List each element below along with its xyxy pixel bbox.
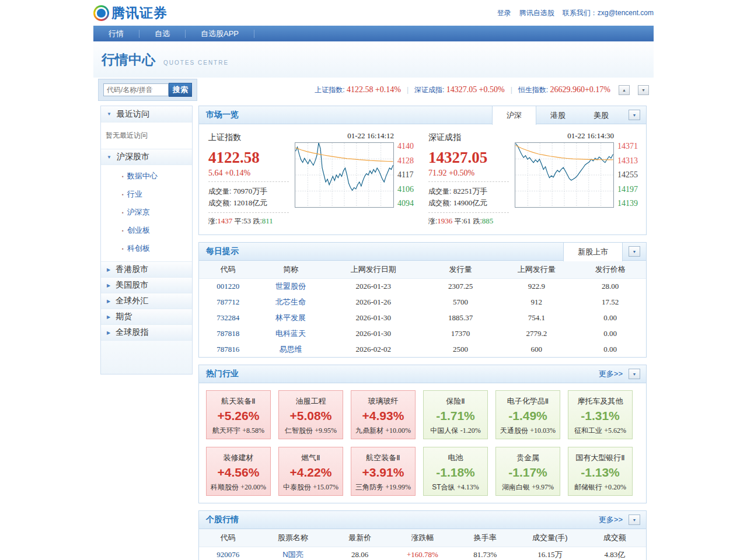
contact-link[interactable]: 联系我们：zxg@tencent.com — [563, 8, 654, 18]
sidebar-item-futures[interactable]: ▶ 期货 — [101, 309, 192, 324]
more-link[interactable]: 更多>> — [599, 369, 623, 379]
bullet-icon: ▪ — [122, 174, 124, 179]
industry-card[interactable]: 国有大型银行Ⅱ -1.13% 邮储银行 +0.20% — [568, 447, 633, 496]
tab-us[interactable]: 美股 — [580, 106, 623, 124]
industry-card[interactable]: 装修建材 +4.56% 科顺股份 +20.00% — [206, 447, 271, 496]
chevron-down-icon: ▼ — [107, 155, 111, 160]
sidebar-item-industry[interactable]: ▪行业 — [101, 186, 192, 204]
sidebar-item-forex[interactable]: ▶ 全球外汇 — [101, 293, 192, 309]
industry-card[interactable]: 电子化学品Ⅱ -1.49% 天通股份 +10.03% — [495, 390, 560, 439]
market-overview-section: 市场一览 沪深 港股 美股 ▼ 上证指数 4122.58 5.64 +0.14% — [198, 106, 647, 235]
sidebar: ▼ 最近访问 暂无最近访问 ▼ 沪深股市 ▪数据中心 ▪行业 ▪沪深京 ▪创业板… — [100, 106, 193, 560]
search-box: 搜索 — [98, 79, 197, 101]
tencent-securities-logo[interactable]: 腾讯证券 — [93, 4, 167, 22]
index-price: 14327.05 — [428, 149, 509, 167]
stock-name[interactable]: 世盟股份 — [257, 278, 324, 294]
sidebar-item-global-indices[interactable]: ▶ 全球股指 — [101, 324, 192, 340]
sidebar-filler — [101, 340, 192, 374]
ticker-divider: | — [511, 86, 512, 94]
up-arrow-icon: ▲ — [622, 88, 626, 92]
topbar-links: 登录 腾讯自选股 联系我们：zxg@tencent.com — [497, 8, 654, 18]
volume-line: 成交量: 70970万手 — [208, 186, 289, 197]
index-name: 上证指数 — [208, 132, 289, 143]
hs-submenu: ▪数据中心 ▪行业 ▪沪深京 ▪创业板 ▪科创板 — [101, 164, 192, 261]
sidebar-item-chinext[interactable]: ▪创业板 — [101, 222, 192, 240]
stock-code[interactable]: 001220 — [199, 278, 257, 294]
ticker-sse[interactable]: 上证指数: 4122.58 +0.14% — [315, 85, 401, 95]
stock-name[interactable]: N国亮 — [257, 547, 329, 560]
line-chart — [295, 142, 394, 208]
chevron-down-icon: ▼ — [633, 372, 637, 376]
industry-card[interactable]: 电池 -1.18% ST合纵 +4.13% — [423, 447, 488, 496]
stock-code[interactable]: 732284 — [199, 310, 257, 326]
nav-item-watchlist[interactable]: 自选 — [139, 26, 185, 41]
sidebar-item-hk-market[interactable]: ▶ 香港股市 — [101, 261, 192, 277]
industry-card[interactable]: 保险Ⅱ -1.71% 中国人保 -1.20% — [423, 390, 488, 439]
logo-text: 腾讯证券 — [111, 4, 167, 22]
stock-name[interactable]: 林平发展 — [257, 310, 324, 326]
market-dropdown-button[interactable]: ▼ — [629, 110, 640, 120]
ticker-divider: | — [407, 86, 409, 94]
zixuangu-link[interactable]: 腾讯自选股 — [519, 8, 554, 18]
bullet-icon: ▪ — [122, 192, 124, 197]
more-link[interactable]: 更多>> — [599, 514, 623, 525]
section-title: 每日提示 — [206, 246, 239, 257]
table-header-row: 代码 股票名称 最新价 涨跌幅 换手率 成交量(手) 成交额 — [199, 529, 646, 547]
recent-empty-note: 暂无最近访问 — [101, 122, 192, 149]
bullet-icon: ▪ — [122, 210, 124, 215]
table-row: 001220 世盟股份 2026-01-23 2307.25 922.9 28.… — [199, 278, 646, 294]
stock-code[interactable]: 920076 — [199, 547, 257, 560]
chevron-down-icon: ▼ — [633, 518, 637, 522]
sidebar-item-us-market[interactable]: ▶ 美国股市 — [101, 277, 192, 293]
amount-line: 成交额: 14900亿元 — [428, 197, 509, 209]
qq-penguin-logo-icon — [93, 5, 109, 21]
tab-hk[interactable]: 港股 — [536, 106, 580, 124]
chart-timestamp: 01-22 16:14:30 — [515, 131, 614, 141]
stock-name[interactable]: 北芯生命 — [257, 294, 324, 310]
main-nav: 行情 自选 自选股APP — [93, 26, 654, 41]
topbar: 腾讯证券 登录 腾讯自选股 联系我们：zxg@tencent.com — [93, 0, 654, 26]
szse-panel: 深证成指 14327.05 71.92 +0.50% 成交量: 82251万手 … — [423, 131, 643, 226]
section-title: 个股行情 — [206, 514, 239, 525]
industry-card[interactable]: 摩托车及其他 -1.31% 征和工业 +5.62% — [568, 390, 633, 439]
chevron-right-icon: ▶ — [107, 299, 110, 304]
stock-code[interactable]: 787818 — [199, 326, 257, 341]
sidebar-item-hs-market[interactable]: ▼ 沪深股市 — [101, 149, 192, 164]
stock-code[interactable]: 787712 — [199, 294, 257, 310]
ticker-scroll-up-button[interactable]: ▲ — [619, 85, 630, 95]
main-area: ▼ 最近访问 暂无最近访问 ▼ 沪深股市 ▪数据中心 ▪行业 ▪沪深京 ▪创业板… — [93, 102, 654, 560]
search-button[interactable]: 搜索 — [169, 83, 192, 97]
stocks-dropdown-button[interactable]: ▼ — [629, 514, 640, 525]
industry-card[interactable]: 油服工程 +5.08% 仁智股份 +9.95% — [278, 390, 343, 439]
stock-code[interactable]: 787816 — [199, 341, 257, 357]
sidebar-item-star[interactable]: ▪科创板 — [101, 240, 192, 258]
login-link[interactable]: 登录 — [497, 8, 511, 18]
nav-item-app[interactable]: 自选股APP — [186, 26, 254, 41]
sidebar-item-data-center[interactable]: ▪数据中心 — [101, 167, 192, 186]
nav-item-quotes[interactable]: 行情 — [93, 26, 139, 41]
stock-name[interactable]: 电科蓝天 — [257, 326, 324, 341]
tab-new-ipo[interactable]: 新股上市 — [563, 243, 623, 261]
table-row: 732284 林平发展 2026-01-30 1885.37 754.1 0.0… — [199, 310, 646, 326]
industry-card[interactable]: 贵金属 -1.17% 湖南白银 +9.97% — [495, 447, 560, 496]
toolbar: 搜索 上证指数: 4122.58 +0.14% | 深证成指: 14327.05… — [93, 78, 654, 102]
industry-card[interactable]: 航天装备Ⅱ +5.26% 航天环宇 +8.58% — [206, 390, 271, 439]
sidebar-item-hsj[interactable]: ▪沪深京 — [101, 204, 192, 222]
szse-intraday-chart: 01-22 16:14:30 14371 14313 14255 14197 1… — [515, 131, 638, 226]
tab-hushen[interactable]: 沪深 — [492, 106, 536, 125]
stock-name[interactable]: 易思维 — [257, 341, 324, 357]
table-row: 787818 电科蓝天 2026-01-30 17370 2779.2 0.00 — [199, 326, 646, 341]
hot-dropdown-button[interactable]: ▼ — [629, 369, 640, 379]
stock-quotes-table: 代码 股票名称 最新价 涨跌幅 换手率 成交量(手) 成交额 920076 N国… — [199, 529, 646, 560]
ticker-hsi[interactable]: 恒生指数: 26629.960+0.17% — [518, 85, 610, 95]
table-row: 920076 N国亮 28.06 +160.78% 81.73% 16.15万 … — [199, 547, 646, 560]
industry-card[interactable]: 燃气Ⅱ +4.22% 中泰股份 +15.07% — [278, 447, 343, 496]
ticker-scroll-down-button[interactable]: ▼ — [638, 85, 649, 95]
industry-card[interactable]: 航空装备Ⅱ +3.91% 三角防务 +19.99% — [351, 447, 416, 496]
chart-y-axis: 4140 4128 4117 4106 4094 — [397, 142, 414, 208]
ticker-szse[interactable]: 深证成指: 14327.05 +0.50% — [414, 85, 505, 95]
industry-card[interactable]: 玻璃玻纤 +4.93% 九鼎新材 +10.00% — [351, 390, 416, 439]
daily-dropdown-button[interactable]: ▼ — [629, 246, 640, 257]
sidebar-item-recent[interactable]: ▼ 最近访问 — [101, 106, 192, 122]
search-input[interactable] — [103, 83, 169, 96]
